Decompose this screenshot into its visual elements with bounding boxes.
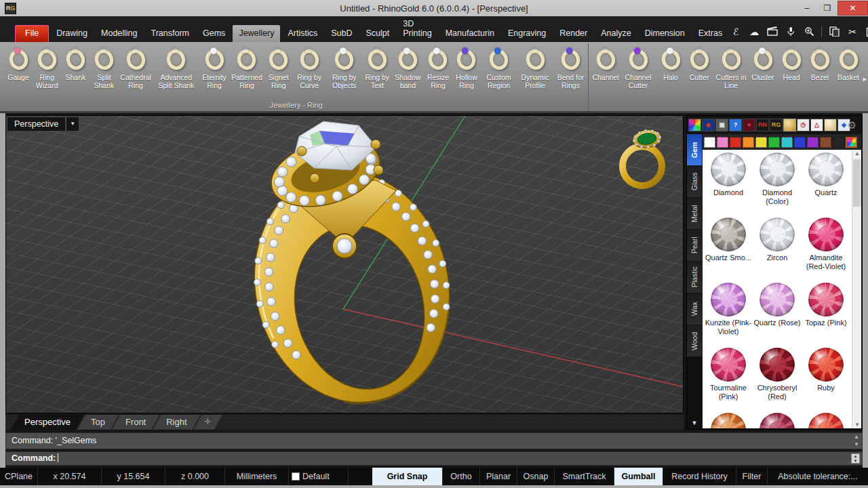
viewport-title[interactable]: Perspective [7,117,65,131]
gem-item[interactable]: Zircon [753,218,802,281]
gem-item[interactable]: Topaz (Pink) [802,283,850,346]
gem-item[interactable]: Almandite (Red-Violet) [802,218,850,281]
ribbon-tab[interactable]: Render [553,25,593,42]
zoom-plus-icon[interactable] [803,26,815,37]
status-grid-snap[interactable]: Grid Snap [372,468,443,485]
status-units[interactable]: Millimeters [225,468,289,485]
ribbon-button[interactable]: Basket [834,45,863,82]
ribbon-button[interactable]: Cluster [749,45,777,82]
color-wheel-icon[interactable] [688,119,701,131]
ribbon-button[interactable]: Cathedral Ring [118,45,153,90]
gem-item[interactable]: Quartz (Rose) [753,283,802,346]
ribbon-scroll-arrow[interactable]: ▸ [863,75,867,83]
pearl-icon[interactable] [824,119,837,131]
ribbon-button[interactable]: Bend for Rings [553,45,588,90]
color-filter-swatch[interactable] [755,137,767,148]
weight-icon[interactable]: △ [810,119,823,131]
close-button[interactable]: ✕ [837,1,868,16]
gem-item[interactable] [802,413,850,428]
ribbon-button[interactable]: Ring by Objects [326,45,363,90]
status-osnap[interactable]: Osnap [517,468,555,485]
gem-cluster-icon[interactable]: ● [743,119,755,131]
ribbon-tab[interactable]: Gems [197,25,231,42]
copy-icon[interactable] [828,26,840,37]
color-filter-swatch[interactable] [717,137,728,148]
ribbon-button[interactable]: Dynamic Profile [517,45,553,90]
material-category-tab[interactable]: Gem [687,134,702,165]
command-spinner[interactable]: ▲▼ [851,453,860,464]
color-filter-swatch[interactable] [704,137,715,148]
ribbon-button[interactable]: Advanced Split Shank [153,45,199,90]
ribbon-button[interactable]: Head [777,45,806,82]
clock-icon[interactable]: ◷ [797,119,810,131]
ribbon-tab[interactable]: Artistics [281,25,323,42]
gem-item[interactable]: Diamond [704,152,753,216]
scissors-icon[interactable]: ✂ [846,26,859,37]
material-category-tab[interactable]: Glass [687,166,702,197]
status-layer[interactable]: Default [289,468,349,485]
status-coord-x[interactable]: x 20.574 [38,468,102,485]
ribbon-tab[interactable]: Jewellery [233,25,280,42]
status-coord-y[interactable]: y 15.654 [102,468,165,485]
color-filter-swatch[interactable] [743,137,754,148]
viewport-tab[interactable]: Front [112,415,159,430]
status-planar[interactable]: Planar [480,468,517,485]
command-history[interactable]: Command: '_SelGems ▲▼ [5,432,863,449]
status-record-history[interactable]: Record History [663,468,736,485]
gem-item[interactable]: Quartz Smo... [704,218,753,281]
ribbon-button[interactable]: Shadow band [392,45,424,90]
ribbon-tab[interactable]: Transform [145,25,196,42]
viewport-3d[interactable]: Perspective ▼ [5,115,684,413]
gem-scrollbar[interactable]: ▲ ▼ [852,150,861,428]
ribbon-button[interactable]: Custom Region [481,45,517,90]
ribbon-button[interactable]: Split Shank [90,45,118,90]
ribbon-button[interactable]: Shank [61,45,90,82]
status-filter[interactable]: Filter [736,468,768,485]
maximize-button[interactable]: ❐ [817,1,837,15]
ribbon-tab[interactable]: 3D Printing [397,16,437,42]
status-coord-z[interactable]: z 0.000 [165,468,225,485]
clapperboard-icon[interactable] [766,26,778,37]
ribbon-tab[interactable]: SubD [325,25,358,42]
ribbon-button[interactable]: Cutters in Line [713,45,749,90]
gem-item[interactable]: Quartz [802,152,850,216]
gem-item[interactable]: Kunzite (Pink-Violet) [704,283,753,346]
gem-item[interactable]: Chrysoberyl (Red) [753,348,802,411]
gem-item[interactable] [704,413,753,428]
viewport-tab[interactable]: Right [153,415,200,430]
rhinonest-icon[interactable]: RN [756,119,769,131]
viewport-dropdown-icon[interactable]: ▼ [66,117,79,131]
rhinogold-icon[interactable]: RG [770,119,783,131]
color-filter-swatch[interactable] [768,137,780,148]
ribbon-button[interactable]: Cutter [685,45,713,82]
status-cplane[interactable]: CPlane [0,468,38,485]
material-category-tab[interactable]: Metal [687,198,702,229]
ribbon-button[interactable]: Hollow Ring [452,45,481,90]
ribbon-button[interactable]: Patterned Ring [229,45,264,90]
ribbon-tab[interactable]: File [15,25,49,42]
layers-icon[interactable]: ◆ [702,119,715,131]
scroll-thumb[interactable] [853,159,861,207]
ribbon-button[interactable]: Resize Ring [424,45,452,90]
ribbon-button[interactable]: Ring Wizard [33,45,61,90]
color-filter-swatch[interactable] [820,137,831,148]
gem-item[interactable] [753,413,802,428]
ribbon-tab[interactable]: Analyze [595,25,637,42]
ribbon-button[interactable]: Eternity Ring [199,45,229,90]
minimize-button[interactable]: – [797,1,817,15]
ribbon-tab[interactable]: Extras [692,25,728,42]
ribbon-button[interactable]: Halo [656,45,685,82]
viewport-tab[interactable]: Top [77,415,119,430]
gem-item[interactable]: Ruby [802,348,850,411]
status-gumball[interactable]: Gumball [614,468,663,485]
ribbon-button[interactable]: Signet Ring [264,45,293,90]
color-filter-swatch[interactable] [833,137,844,148]
settings-gear-icon[interactable]: ⚙ [848,119,861,131]
monitor-icon[interactable]: ▣ [715,119,728,131]
material-sphere-icon[interactable] [783,119,796,131]
ribbon-tab[interactable]: Dimension [639,25,691,42]
ribbon-button[interactable]: Ring by Text [363,45,392,90]
status-smarttrack[interactable]: SmartTrack [555,468,614,485]
cloud-icon[interactable]: ☁ [748,26,760,37]
viewport-tab[interactable]: Perspective [11,415,84,430]
